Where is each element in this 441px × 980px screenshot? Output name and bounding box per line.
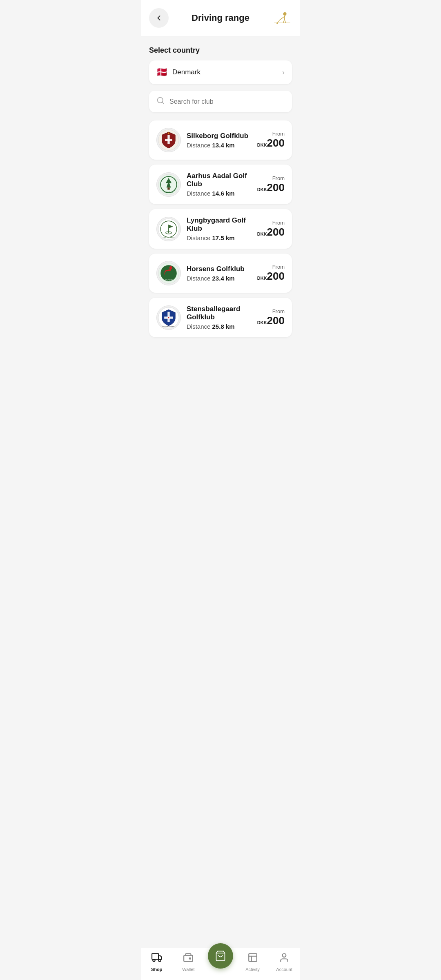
club-logo-4: GOLFKLUB <box>156 261 181 285</box>
wallet-icon <box>183 952 194 965</box>
club-logo-3: LYNGBYGAARD <box>156 217 181 241</box>
svg-line-2 <box>285 15 285 19</box>
page-title: Driving range <box>192 13 249 23</box>
svg-line-9 <box>162 102 164 104</box>
country-selector[interactable]: 🇩🇰 Denmark › <box>149 60 292 84</box>
nav-label-activity: Activity <box>245 967 260 972</box>
club-name-5: Stensballegaard Golfklub <box>187 305 252 321</box>
club-name-3: Lyngbygaard Golf Klub <box>187 216 252 233</box>
svg-rect-16 <box>167 187 169 189</box>
svg-rect-30 <box>168 317 169 318</box>
club-name-4: Horsens Golfklub <box>187 265 252 273</box>
search-bar[interactable] <box>149 91 292 112</box>
club-info-5: Stensballegaard Golfklub Distance 25.8 k… <box>187 305 252 330</box>
clubs-list: ♛ Silkeborg Golfklub Distance 13.4 km Fr… <box>149 120 292 337</box>
club-distance-4: Distance 23.4 km <box>187 275 252 282</box>
center-button[interactable] <box>208 943 233 969</box>
club-logo-5: STENSBALLEGAARD <box>156 305 181 330</box>
club-card-4[interactable]: GOLFKLUB Horsens Golfklub Distance 23.4 … <box>149 254 292 293</box>
country-flag: 🇩🇰 <box>156 67 167 78</box>
club-info-2: Aarhus Aadal Golf Club Distance 14.6 km <box>187 172 252 197</box>
chevron-right-icon: › <box>282 68 285 77</box>
club-distance-5: Distance 25.8 km <box>187 323 252 330</box>
nav-item-wallet[interactable]: Wallet <box>176 952 200 972</box>
svg-point-25 <box>169 266 172 269</box>
header: Driving range <box>141 0 300 36</box>
country-name: Denmark <box>172 68 200 76</box>
svg-point-41 <box>283 953 286 957</box>
svg-rect-12 <box>165 139 172 141</box>
svg-text:GOLFKLUB: GOLFKLUB <box>165 279 173 281</box>
svg-rect-38 <box>249 953 257 962</box>
svg-text:LYNGBYGAARD: LYNGBYGAARD <box>163 236 174 238</box>
nav-label-account: Account <box>276 967 292 972</box>
club-logo-1: ♛ <box>156 128 181 152</box>
club-price-2: From DKK200 <box>257 175 285 194</box>
svg-point-1 <box>283 13 286 16</box>
club-info-1: Silkeborg Golfklub Distance 13.4 km <box>187 132 252 149</box>
club-card-5[interactable]: STENSBALLEGAARD Stensballegaard Golfklub… <box>149 298 292 337</box>
svg-text:GOLF CLUB: GOLF CLUB <box>165 191 173 193</box>
svg-line-4 <box>277 20 280 23</box>
club-info-4: Horsens Golfklub Distance 23.4 km <box>187 265 252 282</box>
nav-label-shop: Shop <box>151 967 163 972</box>
club-logo-2: GOLF CLUB <box>156 172 181 197</box>
nav-item-account[interactable]: Account <box>272 952 296 972</box>
club-price-1: From DKK200 <box>257 131 285 149</box>
nav-item-shop[interactable]: Shop <box>145 952 169 972</box>
svg-text:♛: ♛ <box>168 132 169 134</box>
club-price-3: From DKK200 <box>257 220 285 238</box>
country-left: 🇩🇰 Denmark <box>156 67 200 78</box>
search-icon <box>156 96 165 107</box>
club-info-3: Lyngbygaard Golf Klub Distance 17.5 km <box>187 216 252 241</box>
club-distance-3: Distance 17.5 km <box>187 234 252 241</box>
svg-line-5 <box>283 19 285 23</box>
nav-item-activity[interactable]: Activity <box>241 952 265 972</box>
bottom-nav: Shop Wallet <box>141 948 300 980</box>
svg-point-7 <box>277 23 278 24</box>
svg-point-24 <box>160 265 177 281</box>
shop-icon <box>151 952 162 965</box>
nav-label-wallet: Wallet <box>182 967 194 972</box>
club-distance-1: Distance 13.4 km <box>187 142 252 149</box>
club-name-1: Silkeborg Golfklub <box>187 132 252 140</box>
main-content: Select country 🇩🇰 Denmark › <box>141 36 300 384</box>
club-price-5: From DKK200 <box>257 308 285 327</box>
nav-item-center[interactable] <box>208 943 233 969</box>
golf-icon <box>272 8 292 28</box>
club-price-4: From DKK200 <box>257 264 285 283</box>
club-name-2: Aarhus Aadal Golf Club <box>187 172 252 188</box>
club-card-1[interactable]: ♛ Silkeborg Golfklub Distance 13.4 km Fr… <box>149 120 292 160</box>
svg-text:STENSBALLEGAARD: STENSBALLEGAARD <box>162 326 175 327</box>
club-card-3[interactable]: LYNGBYGAARD Lyngbygaard Golf Klub Distan… <box>149 209 292 249</box>
svg-point-36 <box>189 958 191 959</box>
search-input[interactable] <box>169 98 285 105</box>
back-button[interactable] <box>149 8 169 28</box>
svg-marker-33 <box>158 956 162 960</box>
svg-point-35 <box>158 959 160 961</box>
account-icon <box>279 952 290 965</box>
svg-rect-32 <box>152 953 158 959</box>
svg-line-6 <box>285 19 286 23</box>
club-card-2[interactable]: GOLF CLUB Aarhus Aadal Golf Club Distanc… <box>149 165 292 204</box>
activity-icon <box>247 952 258 965</box>
club-distance-2: Distance 14.6 km <box>187 190 252 197</box>
svg-point-34 <box>153 959 155 961</box>
country-section-label: Select country <box>149 46 292 55</box>
